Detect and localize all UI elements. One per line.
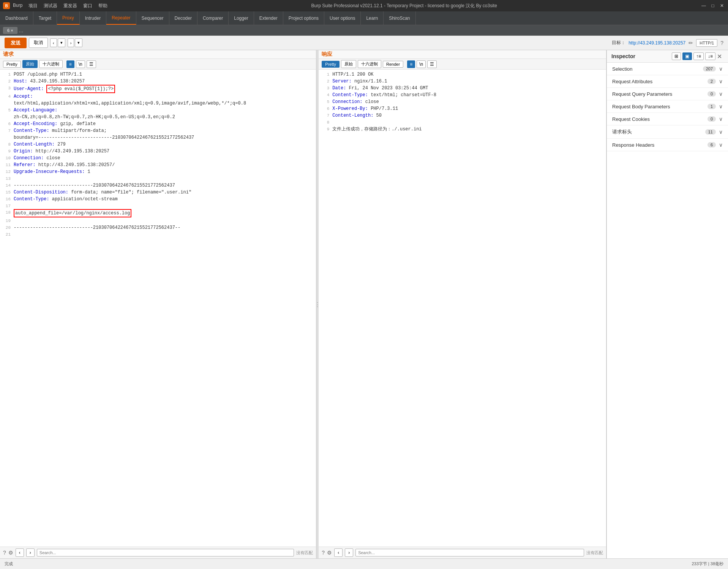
resp-line-7: 7 Content-Length: 50: [319, 112, 606, 119]
inspector-selection-arrow: ∨: [719, 66, 723, 72]
req-prev-btn[interactable]: ‹: [16, 548, 24, 557]
menu-repeater[interactable]: 重发器: [63, 3, 77, 9]
response-footer: ? ⚙ ‹ › 没有匹配: [319, 547, 606, 558]
inspector-row-req-headers[interactable]: 请求标头 11 ∨: [607, 125, 728, 139]
inspector-row-body-params[interactable]: Request Body Parameters 1 ∨: [607, 100, 728, 113]
req-hex-btn[interactable]: 十六进制: [39, 60, 63, 68]
nav-fwd-group: › ▾: [68, 38, 83, 47]
minimize-button[interactable]: —: [701, 3, 707, 9]
http-help-icon[interactable]: ?: [720, 40, 723, 46]
resp-wrap-icon[interactable]: ☰: [427, 60, 437, 68]
send-button[interactable]: 发送: [5, 38, 27, 48]
resp-help-icon[interactable]: ?: [322, 550, 325, 556]
menu-help[interactable]: 帮助: [98, 3, 107, 9]
subtab-dots[interactable]: ...: [19, 27, 24, 33]
menu-burp[interactable]: Burp: [13, 3, 22, 9]
req-settings-icon[interactable]: ⚙: [8, 550, 13, 556]
tab-repeater[interactable]: Repeater: [106, 11, 136, 25]
tab-sequencer[interactable]: Sequencer: [136, 11, 169, 25]
maximize-button[interactable]: □: [710, 3, 716, 9]
resp-line-9: 9 文件上传成功，存储路径为：./.user.ini: [319, 126, 606, 133]
close-button[interactable]: ✕: [719, 3, 725, 9]
inspector-query-count: 0: [707, 91, 716, 97]
inspector-sort-desc[interactable]: ↓≡: [705, 52, 715, 60]
tab-proxy[interactable]: Proxy: [57, 11, 80, 25]
tab-dashboard[interactable]: Dashboard: [0, 11, 33, 25]
target-url[interactable]: http://43.249.195.138:20257: [629, 40, 685, 46]
resp-prev-btn[interactable]: ‹: [334, 548, 343, 557]
resp-next-btn[interactable]: ›: [345, 548, 353, 557]
tab-extender[interactable]: Extender: [254, 11, 283, 25]
request-toolbar: Pretty 原始 十六进制 ≡ \n ☰: [0, 59, 316, 70]
inspector-query-label: Request Query Parameters: [612, 91, 707, 97]
tab-logger[interactable]: Logger: [229, 11, 254, 25]
status-right: 233字节 | 38毫秒: [692, 561, 723, 567]
inspector-row-query-params[interactable]: Request Query Parameters 0 ∨: [607, 88, 728, 100]
resp-format-icon[interactable]: ≡: [407, 60, 415, 68]
resp-line-2: 2 Server: nginx/1.16.1: [319, 78, 606, 85]
tab-decoder[interactable]: Decoder: [169, 11, 197, 25]
req-line-13: 13: [0, 175, 316, 182]
inspector-cookies-count: 0: [707, 116, 716, 122]
req-search-input[interactable]: [37, 549, 294, 556]
main-tab-bar: Dashboard Target Proxy Intruder Repeater…: [0, 11, 728, 25]
response-code-area: 1 HTTP/1.1 200 OK 2 Server: nginx/1.16.1…: [319, 70, 606, 547]
window-controls: — □ ✕: [701, 3, 725, 9]
resp-pretty-btn[interactable]: Pretty: [322, 61, 340, 68]
subtab-6[interactable]: 6 ×: [3, 27, 17, 34]
req-next-btn[interactable]: ›: [26, 548, 35, 557]
resp-render-btn[interactable]: Render: [383, 61, 403, 68]
req-line-20: 20 -----------------------------21030706…: [0, 224, 316, 231]
inspector-cookies-arrow: ∨: [719, 116, 723, 122]
req-line-6: 6 Accept-Encoding: gzip, deflate: [0, 120, 316, 127]
inspector-row-selection[interactable]: Selection 207 ∨: [607, 63, 728, 75]
edit-icon[interactable]: ✏: [689, 40, 693, 46]
req-wrap-icon[interactable]: ☰: [87, 60, 96, 68]
req-line-18: 18 auto_append_file=/var/log/nginx/acces…: [0, 209, 316, 217]
req-format-icon[interactable]: ≡: [66, 60, 74, 68]
main-content: 请求 Pretty 原始 十六进制 ≡ \n ☰ 1 POST /upload.…: [0, 50, 728, 558]
menu-window[interactable]: 窗口: [83, 3, 92, 9]
resp-line-5: 5 Connection: close: [319, 98, 606, 105]
nav-fwd-button[interactable]: ›: [68, 38, 74, 47]
req-line-21: 21: [0, 231, 316, 238]
request-header: 请求: [0, 50, 316, 59]
cancel-button[interactable]: 取消: [29, 38, 48, 48]
menu-project[interactable]: 项目: [28, 3, 38, 9]
req-line-7a: 7 Content-Type: multipart/form-data;: [0, 127, 316, 134]
tab-intruder[interactable]: Intruder: [80, 11, 106, 25]
tab-learn[interactable]: Learn: [361, 11, 384, 25]
target-label: 目标：: [612, 40, 625, 46]
resp-raw-btn[interactable]: 原始: [341, 60, 356, 68]
nav-back-dropdown[interactable]: ▾: [58, 38, 65, 47]
inspector-row-request-attributes[interactable]: Request Attributes 2 ∨: [607, 75, 728, 88]
tab-user-options[interactable]: User options: [324, 11, 361, 25]
tab-shiroscan[interactable]: ShiroScan: [384, 11, 415, 25]
resp-search-input[interactable]: [355, 549, 584, 556]
inspector-sort-asc[interactable]: ↑≡: [693, 52, 704, 60]
resp-hex-btn[interactable]: 十六进制: [358, 60, 381, 68]
status-left: 完成: [5, 561, 13, 567]
menu-tester[interactable]: 测试器: [44, 3, 57, 9]
nav-fwd-dropdown[interactable]: ▾: [75, 38, 82, 47]
tab-target[interactable]: Target: [33, 11, 57, 25]
inspector-close-button[interactable]: ✕: [715, 53, 723, 60]
resp-settings-icon[interactable]: ⚙: [327, 550, 332, 556]
inspector-row-cookies[interactable]: Request Cookies 0 ∨: [607, 113, 728, 125]
req-help-icon[interactable]: ?: [3, 550, 6, 556]
tab-project-options[interactable]: Project options: [283, 11, 324, 25]
req-raw-btn[interactable]: 原始: [22, 60, 38, 68]
req-pretty-btn[interactable]: Pretty: [3, 61, 21, 68]
tab-comparer[interactable]: Comparer: [197, 11, 229, 25]
nav-back-button[interactable]: ‹: [50, 38, 57, 47]
request-panel: 请求 Pretty 原始 十六进制 ≡ \n ☰ 1 POST /upload.…: [0, 50, 316, 558]
inspector-layout-btn1[interactable]: ⊞: [672, 52, 681, 60]
req-line-16: 16 Content-Type: application/octet-strea…: [0, 196, 316, 203]
inspector-layout-btn2[interactable]: ▣: [682, 52, 692, 60]
app-logo: B: [3, 2, 10, 9]
resp-newline-icon[interactable]: \n: [417, 60, 426, 68]
req-newline-icon[interactable]: \n: [76, 60, 85, 68]
title-bar-left: B Burp 项目 测试器 重发器 窗口 帮助: [3, 2, 107, 9]
inspector-body-label: Request Body Parameters: [612, 104, 707, 109]
inspector-row-resp-headers[interactable]: Response Headers 6 ∨: [607, 139, 728, 151]
